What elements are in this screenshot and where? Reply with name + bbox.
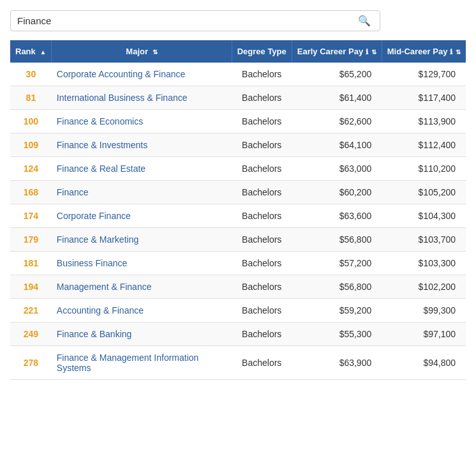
- table-row: 221 Accounting & Finance Bachelors $59,2…: [10, 299, 466, 323]
- search-icon: 🔍: [358, 15, 371, 26]
- search-input[interactable]: [17, 15, 355, 26]
- rank-cell: 168: [10, 181, 52, 204]
- rank-cell: 124: [10, 157, 52, 181]
- sort-icon-early: ⇅: [371, 49, 376, 56]
- table-row: 81 International Business & Finance Bach…: [10, 86, 466, 110]
- rank-cell: 109: [10, 133, 52, 157]
- info-icon-mid: ℹ: [450, 48, 452, 56]
- mid-career-pay-cell: $112,400: [382, 133, 466, 157]
- degree-type-cell: Bachelors: [232, 228, 292, 252]
- info-icon-early: ℹ: [366, 48, 368, 56]
- early-career-pay-cell: $59,200: [292, 299, 382, 323]
- early-career-pay-cell: $56,800: [292, 275, 382, 299]
- mid-career-pay-cell: $117,400: [382, 86, 466, 110]
- table-row: 30 Corporate Accounting & Finance Bachel…: [10, 63, 466, 86]
- mid-career-pay-cell: $110,200: [382, 157, 466, 181]
- degree-type-cell: Bachelors: [232, 157, 292, 181]
- search-button[interactable]: 🔍: [355, 15, 373, 27]
- col-degree-type: Degree Type: [232, 40, 292, 63]
- table-body: 30 Corporate Accounting & Finance Bachel…: [10, 63, 466, 380]
- degree-type-cell: Bachelors: [232, 275, 292, 299]
- mid-career-pay-cell: $97,100: [382, 323, 466, 346]
- major-cell[interactable]: Finance & Management Information Systems: [52, 346, 232, 380]
- col-mid-career-pay[interactable]: Mid-Career Pay ℹ⇅: [382, 40, 466, 63]
- early-career-pay-cell: $61,400: [292, 86, 382, 110]
- degree-type-cell: Bachelors: [232, 299, 292, 323]
- early-career-pay-cell: $63,600: [292, 204, 382, 228]
- degree-type-cell: Bachelors: [232, 133, 292, 157]
- rank-cell: 179: [10, 228, 52, 252]
- major-cell[interactable]: Management & Finance: [52, 275, 232, 299]
- table-row: 181 Business Finance Bachelors $57,200 $…: [10, 252, 466, 275]
- search-bar: 🔍: [10, 10, 380, 31]
- col-rank[interactable]: Rank ▲: [10, 40, 52, 63]
- rank-cell: 278: [10, 346, 52, 380]
- major-cell[interactable]: Business Finance: [52, 252, 232, 275]
- rank-cell: 194: [10, 275, 52, 299]
- degree-type-cell: Bachelors: [232, 252, 292, 275]
- rank-cell: 30: [10, 63, 52, 86]
- major-cell[interactable]: International Business & Finance: [52, 86, 232, 110]
- sort-icon-rank: ▲: [40, 49, 46, 56]
- degree-type-cell: Bachelors: [232, 86, 292, 110]
- rank-cell: 100: [10, 110, 52, 133]
- table-row: 124 Finance & Real Estate Bachelors $63,…: [10, 157, 466, 181]
- sort-icon-mid: ⇅: [456, 49, 461, 56]
- rank-cell: 249: [10, 323, 52, 346]
- major-cell[interactable]: Finance & Banking: [52, 323, 232, 346]
- mid-career-pay-cell: $102,200: [382, 275, 466, 299]
- degree-type-cell: Bachelors: [232, 204, 292, 228]
- early-career-pay-cell: $65,200: [292, 63, 382, 86]
- major-cell[interactable]: Finance & Investments: [52, 133, 232, 157]
- early-career-pay-cell: $64,100: [292, 133, 382, 157]
- table-row: 278 Finance & Management Information Sys…: [10, 346, 466, 380]
- early-career-pay-cell: $55,300: [292, 323, 382, 346]
- col-major[interactable]: Major ⇅: [52, 40, 232, 63]
- table-row: 249 Finance & Banking Bachelors $55,300 …: [10, 323, 466, 346]
- col-early-career-pay[interactable]: Early Career Pay ℹ⇅: [292, 40, 382, 63]
- mid-career-pay-cell: $129,700: [382, 63, 466, 86]
- table-row: 100 Finance & Economics Bachelors $62,60…: [10, 110, 466, 133]
- mid-career-pay-cell: $103,700: [382, 228, 466, 252]
- major-cell[interactable]: Corporate Accounting & Finance: [52, 63, 232, 86]
- degree-type-cell: Bachelors: [232, 346, 292, 380]
- early-career-pay-cell: $56,800: [292, 228, 382, 252]
- degree-type-cell: Bachelors: [232, 181, 292, 204]
- major-cell[interactable]: Finance & Real Estate: [52, 157, 232, 181]
- early-career-pay-cell: $57,200: [292, 252, 382, 275]
- early-career-pay-cell: $60,200: [292, 181, 382, 204]
- sort-icon-major: ⇅: [152, 49, 158, 56]
- degree-type-cell: Bachelors: [232, 63, 292, 86]
- major-cell[interactable]: Finance & Economics: [52, 110, 232, 133]
- table-row: 179 Finance & Marketing Bachelors $56,80…: [10, 228, 466, 252]
- rank-cell: 174: [10, 204, 52, 228]
- table-header-row: Rank ▲ Major ⇅ Degree Type Early Career …: [10, 40, 466, 63]
- table-row: 194 Management & Finance Bachelors $56,8…: [10, 275, 466, 299]
- mid-career-pay-cell: $113,900: [382, 110, 466, 133]
- major-cell[interactable]: Finance: [52, 181, 232, 204]
- mid-career-pay-cell: $103,300: [382, 252, 466, 275]
- table-row: 174 Corporate Finance Bachelors $63,600 …: [10, 204, 466, 228]
- degree-type-cell: Bachelors: [232, 323, 292, 346]
- degree-type-cell: Bachelors: [232, 110, 292, 133]
- rank-cell: 221: [10, 299, 52, 323]
- mid-career-pay-cell: $105,200: [382, 181, 466, 204]
- mid-career-pay-cell: $99,300: [382, 299, 466, 323]
- early-career-pay-cell: $63,900: [292, 346, 382, 380]
- table-row: 168 Finance Bachelors $60,200 $105,200: [10, 181, 466, 204]
- early-career-pay-cell: $62,600: [292, 110, 382, 133]
- mid-career-pay-cell: $94,800: [382, 346, 466, 380]
- table-row: 109 Finance & Investments Bachelors $64,…: [10, 133, 466, 157]
- page-wrapper: 🔍 Rank ▲ Major ⇅ Degree Type Early Caree…: [0, 0, 476, 390]
- rank-cell: 181: [10, 252, 52, 275]
- mid-career-pay-cell: $104,300: [382, 204, 466, 228]
- major-cell[interactable]: Finance & Marketing: [52, 228, 232, 252]
- early-career-pay-cell: $63,000: [292, 157, 382, 181]
- major-cell[interactable]: Accounting & Finance: [52, 299, 232, 323]
- major-cell[interactable]: Corporate Finance: [52, 204, 232, 228]
- results-table: Rank ▲ Major ⇅ Degree Type Early Career …: [10, 40, 466, 380]
- rank-cell: 81: [10, 86, 52, 110]
